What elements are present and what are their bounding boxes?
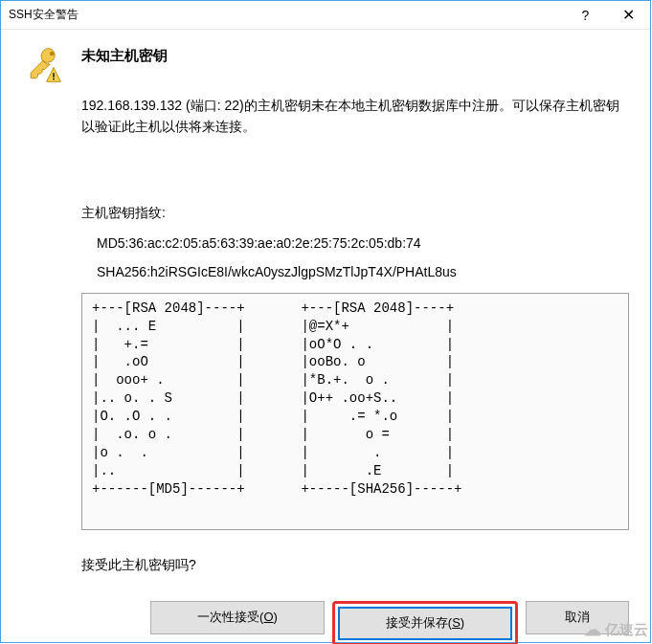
button-row: 一次性接受(O) 接受并保存(S) 取消 xyxy=(81,601,629,644)
close-button[interactable]: ✕ xyxy=(607,1,650,29)
fingerprint-sha256: SHA256:h2iRSGIcE8I/wkcA0yszJlgpSMzTlJpT4… xyxy=(97,264,629,279)
dialog-content: 未知主机密钥 192.168.139.132 (端口: 22)的主机密钥未在本地… xyxy=(1,30,650,644)
header-row: 未知主机密钥 xyxy=(22,43,629,85)
accept-save-highlight: 接受并保存(S) xyxy=(332,601,518,644)
titlebar-controls: ? ✕ xyxy=(564,1,650,29)
accept-once-button[interactable]: 一次性接受(O) xyxy=(150,601,325,634)
ascii-art-box[interactable]: +---[RSA 2048]----+ +---[RSA 2048]----+ … xyxy=(81,293,629,530)
svg-rect-1 xyxy=(53,73,55,78)
fingerprint-md5: MD5:36:ac:c2:05:a5:63:39:ae:a0:2e:25:75:… xyxy=(97,235,629,251)
ascii-art: +---[RSA 2048]----+ +---[RSA 2048]----+ … xyxy=(92,300,618,499)
accept-save-button[interactable]: 接受并保存(S) xyxy=(338,607,512,640)
accept-save-label: 接受并保存(S) xyxy=(386,614,464,632)
key-warning-icon xyxy=(22,43,64,85)
fingerprint-section: 主机密钥指纹: MD5:36:ac:c2:05:a5:63:39:ae:a0:2… xyxy=(81,205,629,279)
fingerprint-label: 主机密钥指纹: xyxy=(81,205,629,222)
dialog-window: SSH安全警告 ? ✕ 未知主机密钥 xyxy=(0,0,651,643)
watermark-text: 亿速云 xyxy=(605,621,648,639)
watermark: ☁ 亿速云 xyxy=(584,619,648,640)
svg-point-0 xyxy=(50,52,55,56)
accept-once-label: 一次性接受(O) xyxy=(197,609,278,626)
dialog-description: 192.168.139.132 (端口: 22)的主机密钥未在本地主机密钥数据库… xyxy=(81,95,629,138)
svg-rect-2 xyxy=(53,78,55,80)
titlebar: SSH安全警告 ? ✕ xyxy=(1,1,650,30)
window-title: SSH安全警告 xyxy=(9,7,79,23)
help-button[interactable]: ? xyxy=(564,1,607,29)
cloud-icon: ☁ xyxy=(584,619,601,640)
dialog-heading: 未知主机密钥 xyxy=(81,43,168,65)
confirm-question: 接受此主机密钥吗? xyxy=(81,557,629,574)
